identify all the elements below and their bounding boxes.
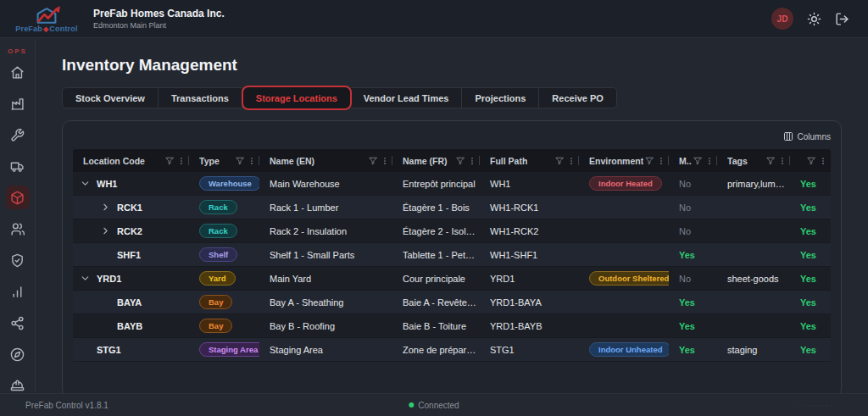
- status-bar: PreFab Control v1.8.1 Connected ·· ·····…: [0, 393, 868, 416]
- page-title: Inventory Management: [62, 56, 868, 75]
- table-row-stg1[interactable]: STG1Staging AreaStaging AreaZone de prép…: [73, 338, 831, 362]
- table-row-wh1[interactable]: WH1WarehouseMain WarehouseEntrepôt princ…: [73, 172, 831, 196]
- truck-icon: [10, 159, 25, 174]
- sidebar-item-nodes[interactable]: [6, 311, 30, 335]
- tags-value: primary,lumb…: [717, 179, 790, 189]
- full-path: YRD1-BAYB: [480, 321, 579, 331]
- sidebar-item-factory[interactable]: [6, 92, 30, 115]
- kebab-icon[interactable]: [468, 157, 476, 165]
- logout-icon: [835, 12, 849, 26]
- m-value: No: [679, 202, 691, 213]
- expand-chevron-icon[interactable]: [80, 178, 92, 190]
- tab-receive-po[interactable]: Receive PO: [539, 87, 617, 108]
- filter-icon[interactable]: [369, 157, 377, 165]
- table-row-yrd1[interactable]: YRD1YardMain YardCour principaleYRD1Outd…: [73, 267, 831, 291]
- sidebar-item-users[interactable]: [6, 217, 30, 241]
- company-block: PreFab Homes Canada Inc. Edmonton Main P…: [93, 8, 225, 30]
- table-row-baya[interactable]: BAYABayBay A - SheathingBaie A - Revêtem…: [73, 291, 831, 314]
- column-header-icons: [645, 157, 665, 165]
- chevron-spacer: [100, 320, 112, 332]
- column-label: Name (EN): [270, 156, 314, 166]
- storage-locations-panel: Columns Location CodeTypeName (EN)Name (…: [62, 120, 842, 397]
- kebab-icon[interactable]: [819, 157, 827, 165]
- expand-chevron-icon[interactable]: [100, 225, 112, 237]
- sidebar-item-package[interactable]: [6, 186, 30, 209]
- sidebar-item-bar-chart[interactable]: [6, 280, 30, 303]
- table-row-bayb[interactable]: BAYBBayBay B - RoofingBaie B - ToitureYR…: [73, 314, 831, 338]
- filter-icon[interactable]: [555, 157, 564, 165]
- sidebar-item-shield-check[interactable]: [6, 248, 30, 272]
- connection-status: Connected: [409, 401, 459, 410]
- logout-button[interactable]: [835, 12, 849, 26]
- expand-chevron-icon[interactable]: [100, 202, 112, 214]
- filter-icon[interactable]: [766, 157, 775, 165]
- full-path: YRD1-BAYA: [480, 297, 579, 308]
- location-code: SHF1: [117, 250, 141, 260]
- location-code: STG1: [97, 345, 121, 355]
- tab-transactions[interactable]: Transactions: [159, 87, 242, 108]
- columns-button[interactable]: Columns: [783, 131, 831, 141]
- logo-wordmark: PreFab◆Control: [15, 25, 77, 33]
- expand-chevron-icon[interactable]: [80, 273, 92, 285]
- app-version: PreFab Control v1.8.1: [25, 401, 108, 410]
- name-en: Staging Area: [259, 345, 392, 355]
- column-header-location-code[interactable]: Location Code: [73, 149, 189, 172]
- column-header-name-en[interactable]: Name (EN): [259, 149, 392, 172]
- user-avatar[interactable]: JD: [771, 8, 793, 30]
- sidebar-item-home[interactable]: [6, 60, 30, 84]
- tab-projections[interactable]: Projections: [462, 87, 539, 108]
- full-path: WH1: [480, 179, 579, 189]
- app-logo: PreFab◆Control: [12, 4, 81, 33]
- column-header-tags[interactable]: Tags: [717, 149, 790, 172]
- column-header-m[interactable]: M..: [669, 149, 717, 172]
- tab-stock-overview[interactable]: Stock Overview: [62, 87, 159, 108]
- filter-icon[interactable]: [807, 157, 815, 165]
- environment-badge: Outdoor Sheltered: [589, 271, 669, 286]
- sidebar-item-truck[interactable]: [6, 154, 30, 178]
- tab-vendor-lead-times[interactable]: Vendor Lead Times: [351, 87, 463, 108]
- kebab-icon[interactable]: [567, 157, 576, 165]
- type-badge: Bay: [199, 295, 232, 310]
- factory-icon: [10, 97, 25, 111]
- columns-icon: [783, 131, 793, 141]
- location-code: BAYB: [117, 321, 142, 331]
- chevron-down-icon: [80, 273, 91, 284]
- filter-icon[interactable]: [165, 157, 174, 165]
- filter-icon[interactable]: [645, 157, 654, 165]
- column-header-name-fr[interactable]: Name (FR): [392, 149, 480, 172]
- kebab-icon[interactable]: [177, 157, 186, 165]
- sidebar-item-wrench[interactable]: [6, 123, 30, 147]
- location-code: BAYA: [117, 297, 142, 308]
- tab-label: Receive PO: [552, 93, 604, 103]
- filter-icon[interactable]: [236, 157, 244, 165]
- column-header-environment[interactable]: Environment: [579, 149, 669, 172]
- full-path: YRD1: [480, 274, 579, 284]
- name-en: Bay A - Sheathing: [259, 297, 392, 308]
- name-fr: Étagère 1 - Bois: [392, 202, 480, 213]
- sun-icon: [807, 12, 821, 26]
- table-row-shf1[interactable]: SHF1ShelfShelf 1 - Small PartsTablette 1…: [73, 243, 831, 267]
- location-code: WH1: [97, 179, 117, 189]
- tab-label: Transactions: [171, 93, 229, 103]
- location-code: RCK1: [117, 202, 142, 213]
- connected-dot-icon: [409, 402, 414, 408]
- kebab-icon[interactable]: [705, 157, 714, 165]
- kebab-icon[interactable]: [778, 157, 787, 165]
- table-row-rck2[interactable]: RCK2RackRack 2 - InsulationÉtagère 2 - I…: [73, 219, 831, 243]
- name-en: Main Yard: [259, 274, 392, 284]
- column-header-icons: [456, 157, 476, 165]
- sidebar-item-compass[interactable]: [6, 342, 30, 366]
- filter-icon[interactable]: [693, 157, 702, 165]
- kebab-icon[interactable]: [657, 157, 665, 165]
- tab-storage-locations[interactable]: Storage Locations: [242, 86, 352, 110]
- table-row-rck1[interactable]: RCK1RackRack 1 - LumberÉtagère 1 - BoisW…: [73, 196, 831, 219]
- column-header-type[interactable]: Type: [189, 149, 259, 172]
- column-header-full-path[interactable]: Full Path: [480, 149, 579, 172]
- kebab-icon[interactable]: [381, 157, 389, 165]
- column-label: Type: [199, 156, 220, 166]
- theme-toggle-button[interactable]: [807, 12, 821, 26]
- column-header-actions[interactable]: [790, 149, 831, 172]
- filter-icon[interactable]: [456, 157, 465, 165]
- column-label: Tags: [727, 156, 748, 166]
- kebab-icon[interactable]: [248, 157, 256, 165]
